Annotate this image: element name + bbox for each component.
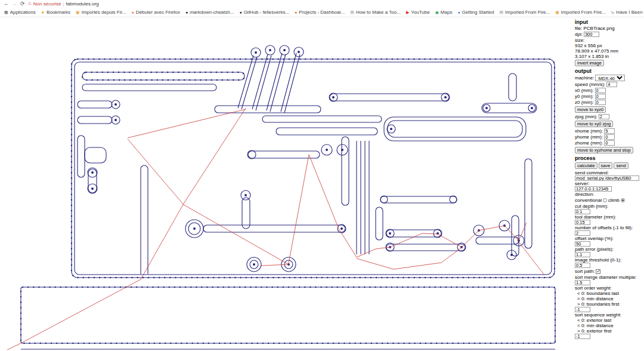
folder-icon — [555, 10, 559, 15]
number-of-offsets-label: number of offsets (-1 to fill): — [575, 225, 642, 230]
back-icon[interactable]: ← — [4, 1, 9, 7]
server-label: server: — [575, 181, 642, 186]
bookmark-item[interactable]: Débuter avec Firefox — [131, 10, 180, 15]
xhome-input[interactable] — [604, 128, 615, 134]
zhome-label: zhome (mm): — [575, 140, 603, 146]
bookmark-item-youtube[interactable]: YouTube — [406, 10, 430, 15]
bookmark-item-applications[interactable]: Applications — [4, 10, 36, 15]
path-error-input[interactable] — [575, 252, 590, 257]
sort-path-checkbox[interactable] — [596, 269, 600, 274]
bookmark-item[interactable]: markdown-cheatsh... — [185, 10, 234, 15]
bookmark-label: YouTube — [411, 10, 429, 15]
machine-select[interactable]: MDX-40 — [595, 75, 625, 81]
reload-icon[interactable]: ⟳ — [20, 1, 25, 7]
toolpath-canvas — [5, 19, 571, 351]
sort-sequence-weight-input[interactable] — [575, 334, 590, 339]
save-button[interactable]: save — [599, 162, 613, 169]
pcb-toolpath-drawing — [5, 19, 571, 350]
conventional-radio[interactable] — [603, 198, 607, 202]
move-to-xy0-zjog-button[interactable]: move to xy0 zjog — [575, 121, 613, 127]
climb-radio[interactable] — [621, 198, 625, 202]
omnibox[interactable]: ⚠ Non sécurisé | fabmodules.org — [28, 1, 99, 7]
maps-pin-icon — [435, 10, 439, 15]
bookmark-item[interactable]: Imported From Fire... — [499, 10, 550, 15]
bookmark-item-maps[interactable]: Maps — [435, 10, 453, 15]
server-input[interactable] — [575, 186, 612, 192]
sequence-hint-2: = 0: min distance — [575, 323, 642, 328]
bookmark-item[interactable]: Importés depuis Fir... — [76, 10, 126, 15]
bookmark-label: markdown-cheatsh... — [190, 10, 234, 15]
address-bar: ← → ⟳ ⚠ Non sécurisé | fabmodules.org — [0, 0, 644, 7]
zjog-input[interactable] — [599, 114, 609, 119]
bookmark-item[interactable]: Projects - Dashboar... — [295, 10, 345, 15]
dpi-input[interactable] — [584, 32, 599, 37]
sort-sequence-weight-label: sort sequence weight: — [575, 312, 642, 318]
image-threshold-input[interactable] — [575, 263, 590, 268]
input-section-title: input — [575, 20, 642, 25]
bookmark-label: Bookmarks — [47, 10, 70, 15]
zjog-label: zjog (mm): — [575, 114, 597, 119]
send-button[interactable]: send — [614, 162, 628, 169]
order-hint-2: = 0: min distance — [575, 296, 642, 301]
file-name: PCBTrace.png — [583, 26, 614, 31]
move-to-xyz0-button[interactable]: move to xyz0 — [575, 106, 606, 113]
control-panel: input file:PCBTrace.png dpi: size: 932 x… — [574, 18, 644, 339]
y0-label: y0 (mm): — [575, 94, 594, 99]
sort-merge-input[interactable] — [575, 280, 590, 285]
page-content: input file:PCBTrace.png dpi: size: 932 x… — [0, 17, 644, 350]
send-command-input[interactable] — [575, 176, 639, 181]
input-section: input file:PCBTrace.png dpi: size: 932 x… — [575, 20, 642, 67]
process-section: process calculate save send send command… — [575, 156, 642, 339]
trace-outlines — [21, 45, 555, 349]
tool-diameter-input[interactable] — [575, 220, 590, 225]
pad-center-dots — [91, 49, 533, 266]
send-command-label: send command: — [575, 170, 642, 176]
z0-input[interactable] — [595, 100, 606, 105]
offset-overlap-input[interactable] — [575, 241, 590, 247]
dpi-label: dpi: — [575, 32, 583, 37]
output-section: output machine: MDX-40 speed (mm/s): x0 … — [575, 69, 642, 154]
order-hint-3: > 0: boundaries first — [575, 301, 642, 307]
url-separator: | — [63, 1, 64, 7]
image-threshold-label: image threshold (0-1): — [575, 257, 642, 263]
sequence-hint-1: < 0: exterior last — [575, 318, 642, 323]
process-section-title: process — [575, 156, 642, 161]
zhome-input[interactable] — [604, 140, 615, 146]
folder-icon — [76, 10, 80, 15]
size-label: size: — [575, 38, 642, 43]
invert-image-button[interactable]: invert image — [575, 60, 604, 66]
sort-order-weight-input[interactable] — [575, 307, 590, 312]
bookmark-label: Imported From Fire... — [505, 10, 550, 15]
move-to-xyzhome-stop-button[interactable]: move to xyzhome and stop — [575, 147, 633, 153]
sort-path-label: sort path: — [575, 269, 595, 274]
apps-grid-icon — [4, 10, 8, 15]
bookmark-label: Getting Started — [462, 10, 494, 15]
x0-input[interactable] — [595, 88, 606, 93]
z0-label: z0 (mm): — [575, 100, 594, 105]
y0-input[interactable] — [595, 94, 606, 99]
cut-depth-input[interactable] — [575, 209, 590, 214]
sort-order-weight-label: sort order weight: — [575, 285, 642, 291]
conventional-label: conventional — [575, 198, 602, 203]
bookmark-label: Importés depuis Fir... — [82, 10, 126, 15]
climb-label: climb — [608, 198, 620, 203]
forward-icon[interactable]: → — [12, 1, 17, 7]
firefox-icon — [131, 10, 134, 15]
site-favicon — [295, 10, 297, 15]
size-px: 932 x 556 px — [575, 43, 642, 48]
number-of-offsets-input[interactable] — [575, 230, 590, 236]
x0-label: x0 (mm): — [575, 88, 594, 93]
bookmark-item[interactable]: Have I Been Pwned... — [611, 10, 644, 15]
calculate-button[interactable]: calculate — [575, 162, 597, 169]
security-warning-icon: ⚠ — [28, 1, 32, 6]
bookmark-label: Débuter avec Firefox — [136, 10, 180, 15]
bookmarks-bar: Applications Bookmarks Importés depuis F… — [0, 7, 644, 17]
bookmark-item-bookmarks[interactable]: Bookmarks — [41, 10, 70, 15]
speed-input[interactable] — [606, 82, 617, 87]
bookmark-item[interactable]: Getting Started — [457, 10, 494, 15]
bookmark-item[interactable]: How to Make a Too... — [350, 10, 401, 15]
bookmark-item[interactable]: GitHub - fellesverks... — [239, 10, 289, 15]
yhome-input[interactable] — [604, 134, 615, 140]
file-label: file: — [575, 26, 582, 31]
bookmark-item[interactable]: Imported From Fire... — [555, 10, 606, 15]
